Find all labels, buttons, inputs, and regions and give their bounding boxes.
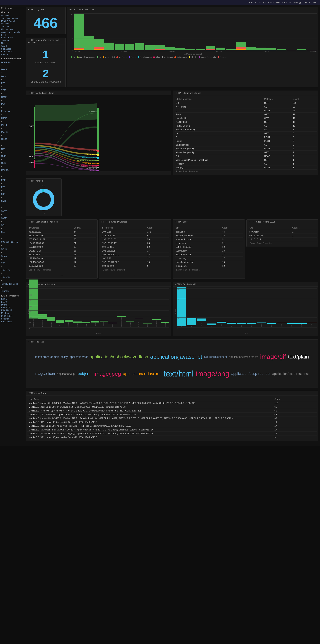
x-label-5: 23:00:20 [263, 51, 269, 52]
bar-group [135, 44, 144, 50]
legend-dot [195, 56, 196, 58]
table-cell: Ok [174, 135, 263, 139]
table-cell: Mozilla/5.0 (Macintosh; Intel Mac OS X 1… [28, 432, 273, 436]
word-item: text/plain [288, 354, 309, 360]
table-cell: 2 [292, 154, 316, 158]
legend-item-ok: OK [70, 56, 76, 58]
legend-dot [70, 56, 72, 58]
ics-link-bs840[interactable]: BS840 [1, 300, 22, 303]
table-row: 205.174.165.6819 [174, 245, 243, 249]
source-ip-export[interactable]: Export: Raw ↓ Formatted ↓ [101, 268, 170, 272]
table-row: Mozilla/5.0 (Windows; U; Windows NT 6.0;… [28, 409, 316, 413]
sidebar-link-security[interactable]: Security [1, 25, 22, 28]
ics-link-modbus[interactable]: Modbus [1, 312, 22, 314]
legend-item-other: Other [153, 56, 160, 58]
dest-ip-body: IP Address Count ↓ 95.85.16.2124463.150.… [26, 224, 98, 278]
legend-item-ok: Ok [188, 56, 193, 58]
sites-export[interactable]: Export: Raw ↓ Formatted ↓ [174, 268, 243, 272]
word-item: application/java-archive [229, 355, 258, 358]
file-type-panel: HTTP - File Type text/x-cross-domain-pol… [26, 339, 318, 388]
table-cell: Moved Temporarily [174, 147, 263, 150]
port-bar-fill [227, 323, 236, 324]
status-method-table: Status Message Method ↕ Count ↕ OKGET320… [174, 97, 316, 170]
status-method-export[interactable]: Export: Raw ↓ Formatted ↓ [174, 170, 316, 173]
ics-link-bacnet[interactable]: BACnet [1, 298, 22, 300]
ics-link-profinet[interactable]: PROFINET [1, 314, 22, 317]
dest-ip-export[interactable]: Export: Raw ↓ Formatted ↓ [28, 268, 96, 272]
table-cell: 61 [146, 234, 170, 238]
table-cell: POST [263, 139, 292, 143]
bar-notfound [165, 50, 175, 50]
table-cell: 104.43.203.255 [28, 241, 72, 245]
sites-exe-title: HTTP - Sites Hosting EXEs [246, 220, 318, 224]
legend-label: Partial Content [140, 56, 152, 58]
table-cell: 26 [292, 105, 316, 109]
sidebar-link-files[interactable]: Files [1, 34, 22, 36]
sidebar-link-actions-and-results[interactable]: Actions and Results [1, 30, 22, 34]
table-cell: 63.150.152.100 [28, 234, 72, 238]
port-bar-fill [307, 323, 316, 323]
file-type-title: HTTP - File Type [26, 340, 318, 344]
table-row: Mozilla/5.0 (Macintosh; Intel Mac OS X 1… [28, 428, 316, 432]
word-item: application/zip [57, 372, 75, 376]
ics-link-ethercat[interactable]: EtherCAT [1, 306, 22, 309]
sidebar-link-arkime[interactable]: Arkime [1, 53, 22, 56]
port-bar-fill [196, 318, 206, 321]
legend-label: Moved Permanently [79, 56, 95, 58]
table-row: No ContentGET16 [174, 120, 316, 124]
port-bar-fill [257, 322, 266, 323]
table-row: scw.net.in1 [248, 230, 316, 234]
country-bar-fill [64, 320, 73, 322]
status-method-panel: HTTP - Status and Method Status Message … [173, 90, 318, 175]
dest-ip-title: HTTP - Destination IP Address [26, 220, 98, 224]
table-cell: 21 [221, 241, 243, 245]
svg-text:POST: POST [29, 162, 34, 164]
sidebar-link-overview[interactable]: Overview [1, 14, 22, 17]
svg-text:GET: GET [29, 125, 34, 128]
sidebar-link-intel-feeds[interactable]: Intel Feeds [1, 50, 22, 53]
legend-label: Not Modified [105, 56, 115, 58]
table-cell: 18 [72, 253, 96, 256]
table-row: Partial ContentGET13 [174, 124, 316, 128]
bar-ok [226, 50, 236, 50]
table-cell: 16 [292, 120, 316, 124]
bar-ok [256, 48, 266, 50]
ics-link-best-guess[interactable]: Best Guess [1, 320, 22, 323]
table-cell: 10.0.2.15 [101, 230, 146, 234]
sidebar-link-security-overview[interactable]: Security Overview [1, 17, 22, 20]
bar-ok [135, 44, 144, 50]
port-bar-fill [176, 287, 186, 326]
sidebar-link-software[interactable]: Software [1, 39, 22, 42]
bar-ok [196, 50, 206, 50]
table-row: 192.168.56.10117 [28, 256, 96, 260]
table-cell: No Content [174, 120, 263, 124]
table-cell: cjxon.com [174, 241, 221, 245]
table-row: 179.197.2.0018 [28, 249, 96, 253]
table-row: 192.168.56.10117 [174, 253, 243, 256]
bar-group [307, 50, 316, 50]
sidebar-link-ics/iot-security-overview[interactable]: ICS/IoT Security Overview [1, 20, 22, 25]
sidebar-link-connections[interactable]: Connections [1, 28, 22, 30]
port-bar-label: 1080 [291, 324, 292, 327]
table-cell: 17 [273, 424, 316, 428]
port-bars: 080172.16....255517852758080312865432888… [176, 288, 316, 332]
user-agent-panel: HTTP - User Agent User Agent Count ↓ Moz… [26, 391, 318, 441]
country-bar-label: Germany [50, 322, 52, 327]
sidebar-link-weird[interactable]: Weird [1, 44, 22, 48]
ics-link-s7comm[interactable]: S7comm [1, 317, 22, 320]
bar-notfound [155, 50, 165, 50]
sidebar-link-signatures[interactable]: Signatures [1, 48, 22, 50]
port-bar-label: 24271 [311, 324, 312, 327]
country-bar-label: Netherlands [42, 320, 43, 327]
sidebar-link-executables[interactable]: Executables [1, 36, 22, 39]
country-bar: Sweden [126, 322, 134, 327]
legend-item-not-found: Not Found [116, 56, 127, 58]
sites-exe-export[interactable]: Export: Raw ↓ Formatted ↓ [248, 241, 316, 245]
country-bar-fill [82, 322, 90, 323]
ics-link-dnp3[interactable]: DNP3 [1, 303, 22, 306]
ics-link-ethernet/ip[interactable]: EtherNet/IP [1, 309, 22, 312]
sidebar-link-notices[interactable]: Notices [1, 42, 22, 44]
country-bar: United Kingdom [117, 316, 126, 327]
table-row: Moved TemporarilyGET2 [174, 150, 316, 154]
table-row: Mozilla/5.0 (X11; Linux x86_64; rv:45.0)… [28, 436, 316, 439]
